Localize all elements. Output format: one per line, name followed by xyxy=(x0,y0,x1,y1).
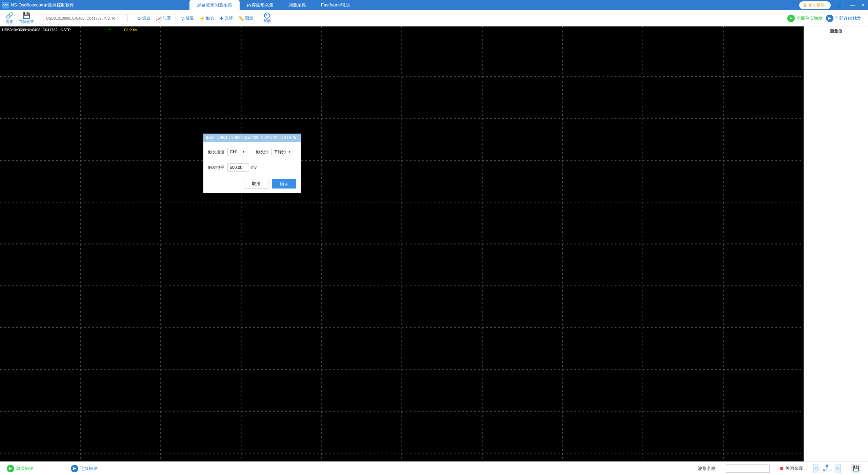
stepper-next-button[interactable]: > xyxy=(834,464,841,473)
save-icon: 💾 xyxy=(853,465,860,472)
trigger-edge-label: 触发沿: xyxy=(256,149,269,155)
trigger-icon: ⚡ xyxy=(199,16,205,21)
play-pause-icon: ▶ xyxy=(826,15,833,22)
waveform-name-input[interactable] xyxy=(726,464,770,473)
tab-fastframe[interactable]: Fastframe辅助 xyxy=(314,0,357,10)
measure-button[interactable]: 📏 测量 xyxy=(236,15,256,21)
trigger-level-unit: mv xyxy=(251,165,257,170)
separator xyxy=(176,12,176,24)
scope-c1-label: C1:2.0v xyxy=(124,28,137,32)
statusbar: ▶ 单次触发 ▶ 连续触发 波形名称 关闭余晖 < 0 共0 个 > 💾 xyxy=(0,461,868,475)
connect-label: 连接 xyxy=(6,19,13,24)
measure-panel-title: 测量值 xyxy=(807,28,865,34)
waveform-name-label: 波形名称 xyxy=(698,466,715,472)
separator xyxy=(132,12,132,24)
trigger-channel-select[interactable]: CH1 xyxy=(227,148,247,156)
channel-icon: ◎ xyxy=(181,16,185,21)
scope-resource-label: USB0::0x0699::0x0408::C041762::INSTR xyxy=(2,28,71,32)
settings-label: 设置 xyxy=(142,15,150,21)
dialog-title: 触发 USB0::0x0699::0x0408::C041762::INSTR xyxy=(206,135,291,141)
tab-measure[interactable]: 测量采集 xyxy=(281,0,314,10)
all-single-trigger-button[interactable]: ▶ 全部单次触发 xyxy=(787,15,823,22)
storage-label: 存储设置 xyxy=(19,19,34,24)
continuous-trigger-button[interactable]: ▶ 连续触发 xyxy=(71,465,98,472)
cursor-icon: ✚ xyxy=(220,16,224,21)
timebase-button[interactable]: 📈 时基 xyxy=(153,15,174,21)
dialog-body: 触发通道: CH1 触发沿: 下降沿 触发电平: mv 取消 确认 xyxy=(203,142,301,193)
content: USB0::0x0699::0x0408::C041762::INSTR H:0… xyxy=(0,26,868,461)
connect-button[interactable]: 🔗 连接 xyxy=(3,11,16,25)
scope-grid xyxy=(0,26,804,461)
crown-icon: ♛ xyxy=(803,2,807,8)
link-icon: 🔗 xyxy=(6,12,13,19)
play-icon: ▶ xyxy=(7,465,14,472)
trigger-edge-select[interactable]: 下降沿 xyxy=(271,148,293,156)
timebase-label: 时基 xyxy=(163,15,171,21)
trigger-level-label: 触发电平: xyxy=(208,165,225,171)
scope-info: USB0::0x0699::0x0408::C041762::INSTR H:0… xyxy=(2,28,137,32)
single-trigger-label: 单次触发 xyxy=(16,466,34,472)
resource-address: USB0::0x0699::0x0408::C041762::INSTR xyxy=(43,15,128,22)
measure-panel: 测量值 xyxy=(804,26,868,461)
minimize-button[interactable]: — xyxy=(848,0,858,10)
play-pause-icon: ▶ xyxy=(71,465,78,472)
cursor-label: 光标 xyxy=(225,15,233,21)
persistence-toggle[interactable]: 关闭余晖 xyxy=(780,466,803,472)
measure-icon: 📏 xyxy=(238,16,244,21)
scope-display[interactable]: USB0::0x0699::0x0408::C041762::INSTR H:0… xyxy=(0,26,804,461)
help-button[interactable]: ? 帮助 xyxy=(260,12,274,24)
trigger-label: 触发 xyxy=(206,15,214,21)
app-icon: OSC xyxy=(2,2,9,8)
stepper-prev-button[interactable]: < xyxy=(813,464,820,473)
stepper-value: 0 xyxy=(826,464,828,469)
storage-button[interactable]: 💾 存储设置 xyxy=(16,11,37,25)
frame-stepper: < 0 共0 个 > xyxy=(813,464,841,473)
dialog-header[interactable]: 触发 USB0::0x0699::0x0408::C041762::INSTR … xyxy=(203,134,301,142)
stepper-total: 共0 个 xyxy=(822,469,832,473)
toolbar: 🔗 连接 💾 存储设置 USB0::0x0699::0x0408::C04176… xyxy=(0,10,868,26)
save-button[interactable]: 💾 xyxy=(851,464,861,473)
continuous-trigger-label: 连续触发 xyxy=(80,466,98,472)
trigger-level-input[interactable] xyxy=(227,163,249,172)
cursor-button[interactable]: ✚ 光标 xyxy=(217,15,236,21)
license-button[interactable]: ♛ 永久授权 xyxy=(799,1,831,9)
single-trigger-button[interactable]: ▶ 单次触发 xyxy=(7,465,34,472)
gear-icon: ⚙ xyxy=(137,16,141,21)
users-icon[interactable]: 👥 xyxy=(835,0,846,10)
app-title: NS-Oscilloscope示波器控制软件 xyxy=(11,2,74,8)
settings-button[interactable]: ⚙ 设置 xyxy=(134,15,153,21)
trigger-button[interactable]: ⚡ 触发 xyxy=(197,15,217,21)
titlebar: OSC NS-Oscilloscope示波器控制软件 屏幕波形测量采集 内存波形… xyxy=(0,0,868,10)
help-icon: ? xyxy=(264,13,270,19)
trigger-dialog: 触发 USB0::0x0699::0x0408::C041762::INSTR … xyxy=(203,134,301,193)
dialog-close-button[interactable]: ✕ xyxy=(291,135,298,141)
ok-button[interactable]: 确认 xyxy=(272,179,296,189)
timebase-icon: 📈 xyxy=(156,16,162,21)
channel-button[interactable]: ◎ 通道 xyxy=(178,15,197,21)
scope-h-label: H:0 xyxy=(105,28,110,32)
tab-screen-waveform[interactable]: 屏幕波形测量采集 xyxy=(189,0,240,10)
close-button[interactable]: ✕ xyxy=(858,0,868,10)
stepper-display: 0 共0 个 xyxy=(820,464,834,473)
trigger-channel-label: 触发通道: xyxy=(208,149,225,155)
main-tabs: 屏幕波形测量采集 内存波形采集 测量采集 Fastframe辅助 xyxy=(189,0,357,10)
separator xyxy=(39,12,39,24)
play-icon: ▶ xyxy=(787,15,795,22)
help-label: 帮助 xyxy=(263,19,271,24)
storage-icon: 💾 xyxy=(23,12,30,19)
persistence-label: 关闭余晖 xyxy=(785,466,803,472)
record-dot-icon xyxy=(780,467,783,470)
cancel-button[interactable]: 取消 xyxy=(244,179,268,189)
all-cont-label: 全部连续触发 xyxy=(835,15,861,21)
all-single-label: 全部单次触发 xyxy=(796,15,823,21)
license-label: 永久授权 xyxy=(808,2,825,8)
channel-label: 通道 xyxy=(186,15,194,21)
all-continuous-trigger-button[interactable]: ▶ 全部连续触发 xyxy=(826,15,861,22)
measure-label: 测量 xyxy=(245,15,253,21)
tab-memory-waveform[interactable]: 内存波形采集 xyxy=(240,0,281,10)
separator xyxy=(258,12,258,24)
